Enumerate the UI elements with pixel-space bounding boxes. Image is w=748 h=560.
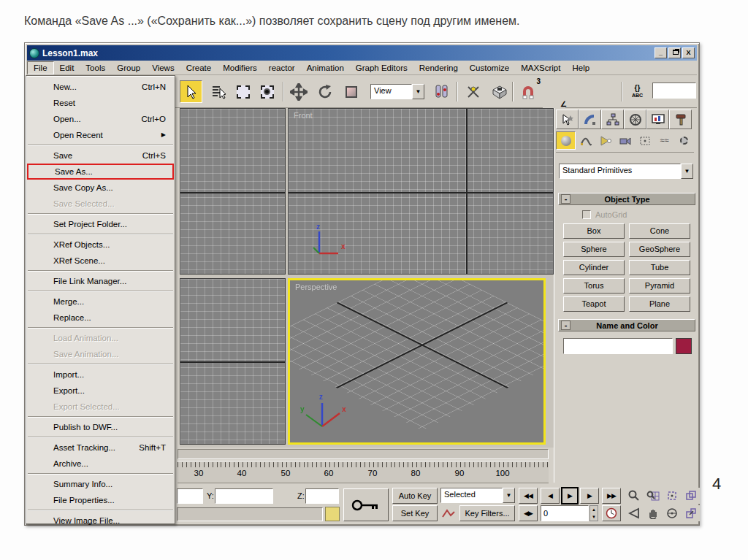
rect-selection-region-button[interactable] [232,80,254,103]
arc-rotate-button[interactable] [663,505,681,521]
viewport-front[interactable]: Front z x [288,108,554,275]
menu-item-summary-info[interactable]: Summary Info... [26,476,175,492]
category-geometry[interactable] [556,131,576,150]
menu-item-xref-objects[interactable]: XRef Objects... [26,237,175,253]
menu-modifiers[interactable]: Modifiers [217,62,263,74]
menu-item-replace[interactable]: Replace... [26,310,175,326]
next-frame-button[interactable]: ▶ [580,488,599,504]
tab-create[interactable] [556,110,579,129]
key-filter-scope-dropdown[interactable]: Selected ▼ [440,488,515,503]
object-color-swatch[interactable] [676,338,692,354]
menu-item-new[interactable]: New...Ctrl+N [26,79,175,95]
menu-tools[interactable]: Tools [80,62,111,74]
select-object-button[interactable] [180,80,202,103]
select-scale-button[interactable] [340,80,362,103]
menu-help[interactable]: Help [566,62,595,74]
category-space-warps[interactable]: ≈≈ [654,131,674,150]
object-type-rollout[interactable]: - Object Type [558,193,695,205]
box-button[interactable]: Box [563,223,625,239]
set-key-button[interactable]: Set Key [392,505,438,521]
category-lights[interactable] [595,131,615,150]
select-manipulate-button[interactable] [462,80,484,103]
snaps-toggle-button[interactable]: 3 [516,80,539,103]
menu-views[interactable]: Views [146,62,180,74]
geosphere-button[interactable]: GeoSphere [629,242,690,257]
tab-modify[interactable] [579,110,601,129]
menu-item-archive[interactable]: Archive... [26,456,175,472]
menu-create[interactable]: Create [180,62,218,74]
set-keys-button[interactable] [343,488,389,521]
menu-rendering[interactable]: Rendering [413,62,464,74]
zoom-all-button[interactable] [644,488,662,504]
time-configuration-button[interactable] [602,505,621,521]
current-frame-field[interactable] [541,505,589,521]
x-coord-field[interactable] [177,488,203,504]
tab-hierarchy[interactable] [601,110,624,129]
pan-button[interactable] [644,505,662,521]
menu-edit[interactable]: Edit [54,62,80,74]
category-helpers[interactable] [635,131,654,150]
menu-item-reset[interactable]: Reset [26,95,175,111]
menu-file[interactable]: File [27,61,54,74]
minimize-button[interactable]: _ [654,47,667,58]
tab-display[interactable] [646,110,669,129]
menu-group[interactable]: Group [111,62,146,74]
z-coord-field[interactable] [305,488,339,504]
key-filters-button[interactable]: Key Filters... [459,505,515,521]
viewport-top-left[interactable] [180,108,286,275]
play-button[interactable]: ▶ [561,487,579,505]
menu-item-save-as[interactable]: Save As... [27,164,174,180]
auto-key-button[interactable]: Auto Key [392,488,438,504]
torus-button[interactable]: Torus [563,278,625,294]
go-to-end-button[interactable]: ▶▶ [602,488,621,504]
frame-spinner[interactable]: ▲ ▼ [589,505,598,521]
menu-item-export[interactable]: Export... [26,383,175,399]
menu-graph-editors[interactable]: Graph Editors [350,62,413,74]
menu-item-open[interactable]: Open...Ctrl+O [26,111,175,127]
window-crossing-button[interactable] [256,80,278,103]
selection-lock-icon[interactable] [325,507,340,521]
tab-motion[interactable] [624,110,646,129]
category-shapes[interactable] [576,131,595,150]
menu-animation[interactable]: Animation [301,62,350,74]
timeline-ruler[interactable]: 30 40 50 60 70 80 90 100 [178,461,549,483]
use-pivot-center-button[interactable] [430,80,453,103]
previous-frame-button[interactable]: ◀ [541,488,560,504]
menu-item-save-copy-as[interactable]: Save Copy As... [26,180,175,196]
autogrid-checkbox[interactable] [582,210,591,219]
menu-item-file-properties[interactable]: File Properties... [26,492,175,508]
go-to-start-button[interactable]: ◀◀ [519,488,538,504]
category-cameras[interactable] [615,131,635,150]
object-name-field[interactable] [563,338,673,354]
select-by-name-button[interactable] [207,80,230,103]
name-color-rollout[interactable]: - Name and Color [558,319,695,331]
zoom-extents-all-button[interactable] [682,488,700,504]
menu-item-set-project-folder[interactable]: Set Project Folder... [26,216,175,232]
field-of-view-button[interactable] [625,505,643,521]
cylinder-button[interactable]: Cylinder [563,260,625,275]
viewport-bottom-left[interactable] [180,278,286,445]
menu-item-merge[interactable]: Merge... [26,294,175,310]
pyramid-button[interactable]: Pyramid [629,278,690,294]
plane-button[interactable]: Plane [629,296,690,312]
cone-button[interactable]: Cone [629,223,690,239]
time-slider-track[interactable] [178,449,549,459]
tube-button[interactable]: Tube [629,260,690,275]
key-mode-toggle-button[interactable]: ◀▶ [519,505,538,521]
viewport-perspective[interactable]: Perspective z x y [288,278,546,445]
sphere-button[interactable]: Sphere [563,242,625,257]
menu-item-open-recent[interactable]: Open Recent▶ [26,127,175,143]
menu-item-file-link-manager[interactable]: File Link Manager... [26,273,175,289]
menu-item-asset-tracking[interactable]: Asset Tracking...Shift+T [26,440,175,456]
menu-item-import[interactable]: Import... [26,367,175,383]
menu-item-publish-to-dwf[interactable]: Publish to DWF... [26,419,175,435]
restore-button[interactable] [668,47,681,58]
zoom-button[interactable] [625,488,643,504]
default-in-out-tangent-button[interactable] [440,505,457,521]
zoom-extents-button[interactable] [663,488,681,504]
y-coord-field[interactable] [215,488,273,504]
reference-coordsys-dropdown[interactable]: View ▼ [370,84,424,99]
select-rotate-button[interactable] [313,80,336,103]
tab-utilities[interactable] [669,110,692,129]
menu-item-view-image-file[interactable]: View Image File... [26,513,175,529]
